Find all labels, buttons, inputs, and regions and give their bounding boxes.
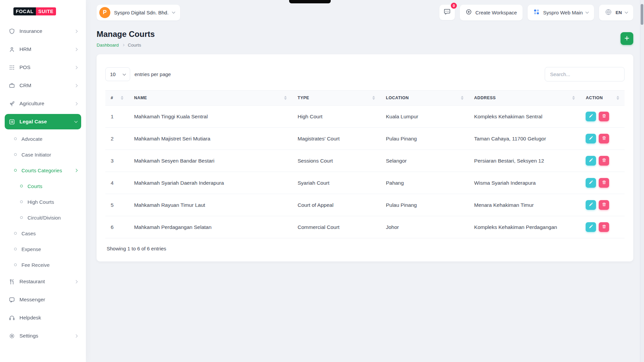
- chevron-right-icon: [74, 280, 78, 283]
- sidebar-item-pos[interactable]: POS: [5, 60, 81, 75]
- sidebar-item-advocate[interactable]: Advocate: [5, 132, 81, 145]
- trash-icon: [602, 202, 606, 208]
- sidebar-item-agriculture[interactable]: Agriculture: [5, 96, 81, 111]
- sidebar-item-label: Helpdesk: [19, 315, 41, 321]
- brand-logo[interactable]: FOCAL SUITE: [13, 7, 81, 15]
- sidebar-item-messenger[interactable]: Messenger: [5, 292, 81, 307]
- delete-button[interactable]: [599, 178, 609, 188]
- cell-action: [580, 172, 625, 194]
- delete-button[interactable]: [599, 112, 609, 121]
- breadcrumb-dashboard-link[interactable]: Dashboard: [97, 43, 119, 48]
- grid-dots-icon: [9, 64, 15, 71]
- cell-type: Court of Appeal: [292, 194, 380, 216]
- column-header-action[interactable]: ACTION: [580, 90, 625, 106]
- sidebar-item-hrm[interactable]: HRM: [5, 42, 81, 57]
- delete-button[interactable]: [599, 156, 609, 166]
- sidebar-item-insurance[interactable]: Insurance: [5, 23, 81, 39]
- cell-action: [580, 194, 625, 216]
- sidebar-item-label: Fee Receive: [21, 262, 50, 268]
- circle-icon: [14, 137, 17, 140]
- pencil-icon: [589, 114, 593, 119]
- delete-button[interactable]: [599, 134, 609, 143]
- messages-button[interactable]: 0: [439, 5, 455, 20]
- edit-button[interactable]: [586, 200, 596, 210]
- sort-icon: [121, 96, 123, 100]
- sidebar-item-courts-categories[interactable]: Courts Categories: [5, 164, 81, 177]
- column-label: ACTION: [586, 96, 603, 100]
- cell-name: Mahkamah Rayuan Timur Laut: [129, 194, 292, 216]
- sidebar-item-legal-case[interactable]: Legal Case: [5, 114, 81, 129]
- app-switcher[interactable]: Syspro Web Main: [528, 5, 594, 20]
- chevron-right-icon: [74, 84, 78, 87]
- cell-name: Mahkamah Majistret Seri Mutiara: [129, 128, 292, 150]
- screen-notch: [289, 0, 331, 3]
- scrollbar-thumb[interactable]: [641, 4, 643, 25]
- sidebar-item-case-initiator[interactable]: Case Initiator: [5, 148, 81, 161]
- sidebar-item-courts[interactable]: Courts: [5, 179, 81, 193]
- sidebar-item-label: Expense: [21, 246, 41, 252]
- workspace-selector[interactable]: P Syspro Digital Sdn. Bhd.: [97, 5, 180, 20]
- sidebar-item-label: CRM: [19, 82, 31, 88]
- plant-icon: [9, 101, 15, 107]
- create-workspace-label: Create Workspace: [475, 10, 517, 15]
- edit-button[interactable]: [586, 134, 596, 143]
- sidebar-item-label: Courts Categories: [21, 168, 62, 173]
- add-court-button[interactable]: [621, 32, 633, 45]
- sidebar-item-label: HRM: [19, 46, 31, 52]
- sidebar-item-fee-receive[interactable]: Fee Receive: [5, 258, 81, 272]
- sidebar-item-circuit-division[interactable]: Circuit/Division: [5, 211, 81, 224]
- edit-button[interactable]: [586, 112, 596, 121]
- sidebar-item-helpdesk[interactable]: Helpdesk: [5, 310, 81, 325]
- sort-icon: [461, 96, 464, 100]
- search-input[interactable]: [545, 67, 625, 81]
- language-code: EN: [615, 10, 622, 15]
- cell-action: [580, 106, 625, 128]
- gear-icon: [9, 333, 15, 339]
- sidebar-item-high-courts[interactable]: High Courts: [5, 195, 81, 208]
- chevron-down-icon: [625, 10, 628, 14]
- column-header-index[interactable]: #: [105, 90, 129, 106]
- column-header-name[interactable]: NAME: [129, 90, 292, 106]
- language-selector[interactable]: EN: [599, 5, 633, 20]
- notification-badge: 0: [451, 3, 457, 9]
- sidebar-item-label: Circuit/Division: [28, 215, 61, 221]
- edit-button[interactable]: [586, 178, 596, 188]
- delete-button[interactable]: [599, 200, 609, 210]
- sidebar-item-settings[interactable]: Settings: [5, 328, 81, 344]
- column-header-location[interactable]: LOCATION: [380, 90, 469, 106]
- column-label: LOCATION: [386, 96, 409, 100]
- cell-type: Commercial Court: [292, 216, 380, 238]
- app-switcher-label: Syspro Web Main: [543, 10, 583, 15]
- cell-index: 5: [105, 194, 129, 216]
- workspace-name: Syspro Digital Sdn. Bhd.: [114, 10, 169, 15]
- cell-index: 4: [105, 172, 129, 194]
- page-title: Manage Courts: [97, 29, 155, 39]
- pencil-icon: [589, 158, 593, 164]
- entries-select[interactable]: 10: [105, 67, 130, 81]
- edit-button[interactable]: [586, 222, 596, 232]
- plus-icon: [624, 36, 630, 42]
- cell-location: Selangor: [380, 150, 469, 172]
- sidebar: FOCAL SUITE Insurance HRM POS: [0, 0, 86, 362]
- sidebar-item-cases[interactable]: Cases: [5, 227, 81, 240]
- edit-button[interactable]: [586, 156, 596, 166]
- brand-primary: FOCAL: [13, 7, 36, 15]
- grid-icon: [533, 9, 540, 16]
- create-workspace-button[interactable]: Create Workspace: [460, 5, 523, 20]
- workspace-avatar: P: [99, 7, 110, 18]
- pencil-icon: [589, 224, 593, 230]
- cell-type: High Court: [292, 106, 380, 128]
- sidebar-item-restaurant[interactable]: Restaurant: [5, 274, 81, 289]
- page-header: Manage Courts Dashboard Courts: [97, 29, 633, 48]
- sidebar-item-label: Messenger: [19, 297, 45, 303]
- sort-icon: [616, 96, 619, 100]
- column-header-type[interactable]: TYPE: [292, 90, 380, 106]
- delete-button[interactable]: [599, 222, 609, 232]
- sidebar-item-crm[interactable]: CRM: [5, 78, 81, 93]
- person-icon: [9, 46, 15, 53]
- column-label: NAME: [134, 96, 147, 100]
- column-header-address[interactable]: ADDRESS: [469, 90, 581, 106]
- sidebar-item-expense[interactable]: Expense: [5, 242, 81, 256]
- chevron-down-icon: [74, 120, 78, 123]
- cell-address: Persiaran Bestari, Seksyen 12: [469, 150, 581, 172]
